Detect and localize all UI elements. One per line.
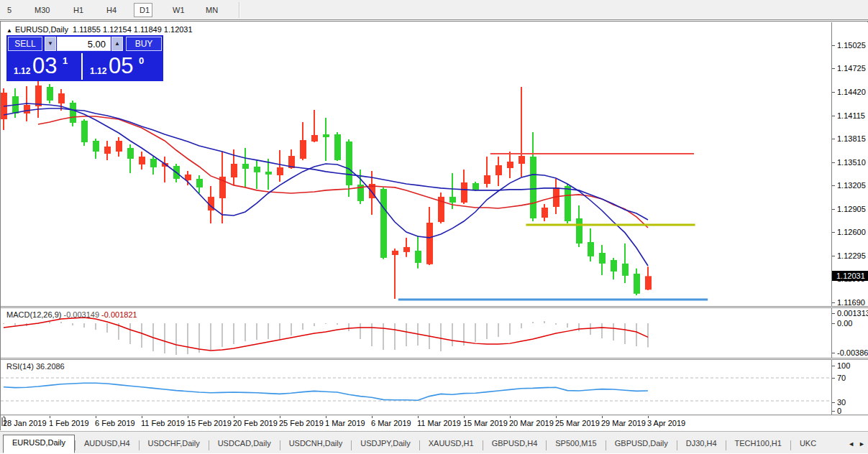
macd-tick [832, 353, 835, 353]
candle [242, 148, 249, 187]
buy-price-pip: 0 [139, 55, 144, 66]
tab-usdchf-daily[interactable]: USDCHF,Daily [140, 436, 209, 453]
tab-gbpusd-h4[interactable]: GBPUSD,H4 [483, 436, 547, 453]
candle [622, 244, 629, 283]
tab-gbpusd-daily[interactable]: GBPUSD,Daily [606, 436, 677, 453]
macd-histogram-bar [129, 323, 131, 344]
candle [300, 122, 306, 160]
rsi-tick-label: 70 [837, 374, 846, 382]
candle [415, 236, 421, 269]
buy-price-small: 1.12 [90, 66, 106, 76]
buy-price-big: 05 [109, 53, 133, 79]
date-tick-label: 29 Mar 2019 [601, 419, 646, 427]
volume-increase-button[interactable]: ▲ [111, 37, 123, 51]
macd-histogram-bar [532, 322, 534, 323]
candle [403, 238, 410, 257]
tab-scroll-right-icon[interactable]: ► [859, 440, 865, 448]
tab-xauusd-h1[interactable]: XAUUSD,H1 [420, 436, 483, 453]
tab-eurusd-daily[interactable]: EURUSD,Daily [3, 435, 75, 453]
price-tick [832, 209, 835, 210]
candle [127, 144, 134, 173]
timeframe-w1[interactable]: W1 [167, 3, 186, 17]
price-tick-label: 1.12295 [837, 251, 866, 260]
date-tick [418, 416, 419, 418]
sell-price-quote[interactable]: 1.12 03 1 [8, 53, 83, 80]
macd-histogram-bar [291, 323, 292, 335]
rsi-panel[interactable]: RSI(14) 36.2086 [1, 360, 831, 414]
candle [576, 205, 583, 247]
candle [599, 245, 606, 275]
price-tick-label: 1.12905 [837, 205, 866, 213]
buy-price-quote[interactable]: 1.12 05 0 [84, 53, 162, 80]
timeframe-5[interactable]: 5 [1, 3, 14, 17]
macd-tick [832, 323, 835, 324]
macd-histogram-bar [49, 322, 50, 323]
price-tick-label: 1.13510 [837, 158, 866, 167]
timeframe-m30[interactable]: M30 [29, 3, 53, 17]
tab-sp500-m15[interactable]: SP500,M15 [547, 436, 605, 453]
timeframe-h1[interactable]: H1 [68, 3, 86, 17]
macd-histogram-bar [245, 323, 246, 341]
date-tick [464, 416, 465, 418]
tab-audusd-h4[interactable]: AUDUSD,H4 [76, 436, 139, 453]
tab-usdjpy-daily[interactable]: USDJPY,Daily [352, 436, 419, 453]
candle [530, 132, 536, 221]
candle [104, 141, 111, 160]
macd-histogram-bar [509, 323, 511, 335]
rsi-tick [832, 402, 835, 403]
candle [47, 84, 53, 103]
candle [565, 184, 571, 223]
rsi-tick [832, 366, 835, 366]
candle [162, 157, 168, 182]
date-tick-label: 28 Jan 2019 [3, 419, 47, 427]
date-tick-label: 25 Feb 2019 [279, 419, 324, 427]
price-tick [832, 68, 835, 69]
date-tick [4, 416, 4, 418]
tab-usdcad-daily[interactable]: USDCAD,Daily [209, 436, 280, 453]
date-tick-label: 25 Mar 2019 [555, 419, 600, 427]
macd-panel[interactable]: MACD(12,26,9) -0.003149 -0.001821 [1, 308, 831, 358]
price-tick-label: 1.13205 [837, 181, 866, 190]
macd-histogram-bar [498, 323, 499, 337]
rsi-tick-label: 100 [837, 361, 850, 370]
timeframe-d1[interactable]: D1 [134, 3, 152, 17]
macd-histogram-bar [233, 323, 234, 344]
date-tick-label: 6 Feb 2019 [95, 419, 135, 427]
tab-scroll-left-icon[interactable]: ◄ [848, 440, 854, 448]
macd-tick-label: 0.00 [837, 319, 852, 328]
tab-usdcnh-daily[interactable]: USDCNH,Daily [280, 436, 352, 453]
price-tick-label: 1.14115 [837, 111, 865, 120]
sell-price-small: 1.12 [14, 66, 30, 76]
date-tick [188, 416, 188, 418]
macd-histogram-bar [544, 321, 545, 323]
price-tick [832, 139, 835, 139]
symbol-marker-icon[interactable]: ▲ [6, 27, 12, 34]
date-tick-label: 11 Feb 2019 [141, 419, 185, 427]
one-click-trade-panel: SELL ▼ ▲ BUY 1.12 03 1 1.12 05 0 [6, 35, 163, 81]
macd-histogram-bar [394, 323, 396, 350]
macd-main-value: -0.003149 [63, 310, 99, 319]
candle [645, 267, 652, 290]
macd-histogram-bar [302, 323, 303, 330]
volume-decrease-button[interactable]: ▼ [45, 37, 56, 51]
candle [81, 119, 88, 146]
macd-histogram-bar [60, 322, 62, 323]
buy-button[interactable]: BUY [126, 37, 162, 51]
sell-price-big: 03 [32, 53, 57, 79]
date-tick [510, 416, 511, 418]
timeframe-mn[interactable]: MN [200, 3, 221, 17]
macd-histogram-bar [72, 323, 73, 325]
tab-dj30-h4[interactable]: DJ30,H4 [677, 436, 726, 453]
timeframe-h4[interactable]: H4 [101, 3, 119, 17]
macd-histogram-bar [141, 323, 142, 348]
tab-ukc[interactable]: UKC [791, 436, 825, 453]
macd-tick [832, 313, 835, 314]
volume-input[interactable] [57, 37, 111, 51]
macd-histogram-bar [337, 323, 338, 325]
tab-tech100-h1[interactable]: TECH100,H1 [726, 436, 790, 453]
sell-button[interactable]: SELL [8, 37, 42, 51]
macd-histogram-bar [636, 323, 637, 346]
macd-histogram-bar [624, 323, 626, 344]
main-chart[interactable]: ▲EURUSD,Daily 1.11855 1.12154 1.11849 1.… [1, 22, 831, 306]
date-tick-label: 1 Feb 2019 [49, 419, 89, 427]
